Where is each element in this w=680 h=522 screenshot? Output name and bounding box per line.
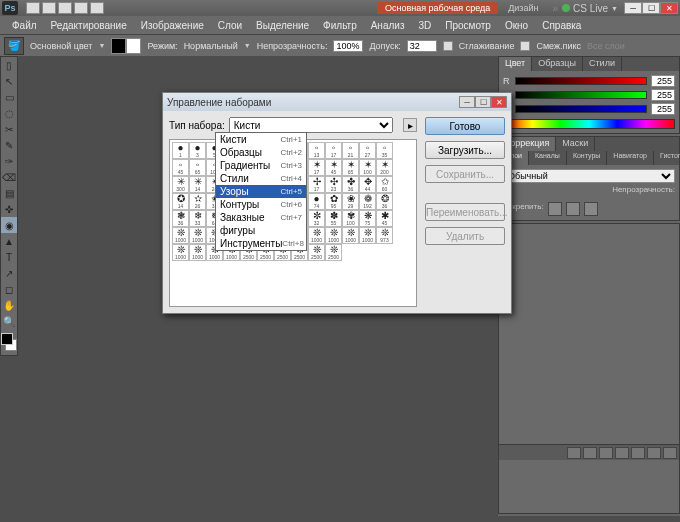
link-icon[interactable] [567,447,581,459]
tool-13[interactable]: ↗ [1,265,17,281]
tool-1[interactable]: ↖ [1,73,17,89]
preset-item[interactable]: ✫26 [189,193,206,210]
preset-item[interactable]: ❊1000 [189,227,206,244]
panel-tab[interactable]: Гистограмма [654,151,680,165]
tool-9[interactable]: ✜ [1,201,17,217]
preset-item[interactable]: ❊1000 [325,227,342,244]
lock-pixels-icon[interactable] [548,202,562,216]
preset-item[interactable]: ✳14 [189,176,206,193]
menu-item-редактирование[interactable]: Редактирование [45,18,133,33]
dialog-maximize-button[interactable]: ☐ [475,96,491,108]
adjustment-icon[interactable] [615,447,629,459]
tool-5[interactable]: ✎ [1,137,17,153]
preset-item[interactable]: ✱45 [376,210,393,227]
group-icon[interactable] [631,447,645,459]
tool-preview-icon[interactable]: 🪣 [4,37,24,55]
preset-item[interactable]: ✽55 [325,210,342,227]
tool-7[interactable]: ⌫ [1,169,17,185]
menu-item-справка[interactable]: Справка [536,18,587,33]
preset-item[interactable]: ❊1000 [359,227,376,244]
tool-16[interactable]: 🔍 [1,313,17,329]
hue-strip[interactable] [503,119,675,129]
lock-position-icon[interactable] [566,202,580,216]
cs-live-button[interactable]: CS Live ▼ [562,3,618,14]
done-button[interactable]: Готово [425,117,505,135]
preset-item[interactable]: ❊973 [376,227,393,244]
panel-tab[interactable]: Каналы [529,151,567,165]
preset-item[interactable]: ❀29 [342,193,359,210]
opacity-input[interactable]: 100% [333,40,363,52]
mask-icon[interactable] [599,447,613,459]
preset-item[interactable]: ❊1000 [342,227,359,244]
rename-button[interactable]: Переименовать... [425,203,505,221]
dropdown-option[interactable]: КонтурыCtrl+6 [216,198,306,211]
preset-item[interactable]: ✤36 [342,176,359,193]
minimize-button[interactable]: ─ [624,2,642,14]
new-layer-icon[interactable] [647,447,661,459]
lock-all-icon[interactable] [584,202,598,216]
preset-item[interactable]: ❄33 [189,210,206,227]
tool-4[interactable]: ✂ [1,121,17,137]
panel-tab[interactable]: Контуры [567,151,607,165]
arrange-icon[interactable] [74,2,88,14]
preset-item[interactable]: ✶17 [308,159,325,176]
menu-item-окно[interactable]: Окно [499,18,534,33]
panel-tab[interactable]: Образцы [532,57,583,71]
delete-button[interactable]: Удалить [425,227,505,245]
flyout-menu-button[interactable]: ▸ [403,118,417,132]
preset-item[interactable]: ●1 [172,142,189,159]
tool-11[interactable]: ▲ [1,233,17,249]
workspace-button[interactable]: Основная рабочая среда [377,2,498,14]
preset-item[interactable]: ❊1000 [172,244,189,261]
preset-item[interactable]: ❋75 [359,210,376,227]
menu-item-анализ[interactable]: Анализ [365,18,411,33]
menu-item-фильтр[interactable]: Фильтр [317,18,363,33]
tolerance-input[interactable]: 32 [407,40,437,52]
panel-tab[interactable]: Цвет [499,57,532,71]
panel-tab[interactable]: Стили [583,57,622,71]
preset-item[interactable]: ❊1000 [308,227,325,244]
menu-item-просмотр[interactable]: Просмотр [439,18,497,33]
preset-item[interactable]: ✳300 [172,176,189,193]
preset-item[interactable]: ●3 [189,142,206,159]
preset-item[interactable]: ◦45 [172,159,189,176]
preset-item[interactable]: ✶100 [359,159,376,176]
dropdown-option[interactable]: УзорыCtrl+5 [216,185,306,198]
preset-item[interactable]: ✪14 [172,193,189,210]
zoom-icon[interactable] [90,2,104,14]
preset-item[interactable]: ✥44 [359,176,376,193]
dropdown-option[interactable]: ИнструментыCtrl+8 [216,237,306,250]
doc-icon[interactable] [42,2,56,14]
preset-item[interactable]: ❊1000 [172,227,189,244]
preset-item[interactable]: ✣23 [325,176,342,193]
workspace-design-label[interactable]: Дизайн [508,3,538,13]
menu-item-3d[interactable]: 3D [412,18,437,33]
preset-item[interactable]: ❊2500 [308,244,325,261]
preset-item[interactable]: ✾100 [342,210,359,227]
preset-item[interactable]: ✢17 [308,176,325,193]
preset-item[interactable]: ◦27 [359,142,376,159]
fg-bg-swatches[interactable] [1,333,17,355]
fx-icon[interactable] [583,447,597,459]
dialog-titlebar[interactable]: Управление наборами ─ ☐ ✕ [163,93,511,111]
tool-0[interactable]: ▯ [1,57,17,73]
dropdown-option[interactable]: ГрадиентыCtrl+3 [216,159,306,172]
menu-item-файл[interactable]: Файл [6,18,43,33]
tool-8[interactable]: ▤ [1,185,17,201]
channel-value[interactable]: 255 [651,89,675,101]
grid-icon[interactable] [58,2,72,14]
preset-item[interactable]: ✿95 [325,193,342,210]
preset-item[interactable]: ◦35 [376,142,393,159]
preset-item[interactable]: ✶45 [325,159,342,176]
preset-item[interactable]: ❂36 [376,193,393,210]
color-slider[interactable] [515,77,647,85]
preset-item[interactable]: ✶65 [342,159,359,176]
preset-item[interactable]: ❁192 [359,193,376,210]
antialias-checkbox[interactable] [443,41,453,51]
tool-14[interactable]: ◻ [1,281,17,297]
menu-item-выделение[interactable]: Выделение [250,18,315,33]
dropdown-option[interactable]: Заказные фигурыCtrl+7 [216,211,306,237]
tool-15[interactable]: ✋ [1,297,17,313]
dialog-minimize-button[interactable]: ─ [459,96,475,108]
color-swatch[interactable] [111,38,141,54]
